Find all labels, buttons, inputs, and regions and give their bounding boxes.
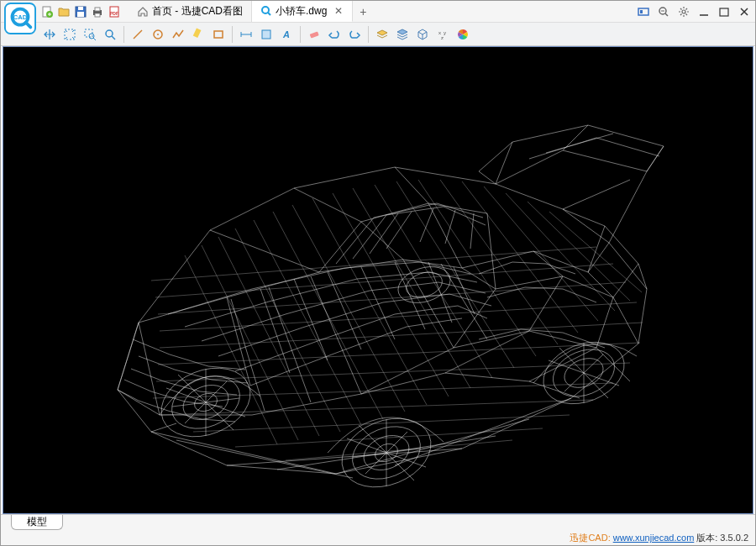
svg-line-26 [680, 8, 682, 10]
svg-rect-33 [85, 29, 92, 37]
svg-text:PDF: PDF [110, 11, 118, 16]
window-controls [636, 4, 752, 19]
redo-button[interactable] [344, 25, 365, 44]
svg-line-28 [680, 13, 682, 15]
erase-tool[interactable] [304, 25, 324, 44]
svg-point-36 [106, 30, 113, 37]
undo-button[interactable] [324, 25, 344, 44]
tab-file[interactable]: 小轿车.dwg ✕ [252, 1, 353, 22]
svg-line-15 [268, 13, 270, 15]
tab-home-label: 首页 - 迅捷CAD看图 [152, 4, 243, 18]
layers-button[interactable] [372, 25, 392, 44]
new-file-button[interactable] [39, 4, 55, 19]
tab-close-button[interactable]: ✕ [333, 6, 344, 16]
layout-tabs: 模型 [1, 514, 755, 530]
svg-line-27 [686, 13, 688, 15]
circle-tool[interactable] [148, 25, 168, 44]
settings-button[interactable] [676, 4, 691, 19]
model-tab[interactable]: 模型 [11, 515, 63, 530]
tab-home[interactable]: 首页 - 迅捷CAD看图 [129, 1, 252, 22]
status-bar: 迅捷CAD: www.xunjiecad.com 版本: 3.5.0.2 [1, 530, 755, 545]
main-toolbar: A xyz [1, 23, 755, 46]
svg-text:A: A [282, 29, 290, 39]
status-version-label: 版本: [696, 532, 717, 544]
pan-tool[interactable] [39, 25, 60, 44]
svg-point-40 [157, 34, 159, 35]
svg-line-29 [686, 8, 688, 10]
layer-manager-button[interactable] [392, 25, 412, 44]
polyline-tool[interactable] [168, 25, 188, 44]
svg-line-35 [93, 38, 96, 40]
measure-area-tool[interactable] [256, 25, 276, 44]
status-link[interactable]: www.xunjiecad.com [613, 533, 695, 543]
titlebar: CAD PDF 首页 - 迅捷CAD看图 小轿车.dwg ✕ + [1, 1, 755, 23]
svg-rect-8 [77, 12, 84, 17]
svg-line-38 [134, 30, 142, 39]
highlight-tool[interactable] [188, 25, 208, 44]
status-version: 3.5.0.2 [720, 533, 748, 543]
zoom-extents-tool[interactable] [60, 25, 80, 44]
measure-distance-tool[interactable] [236, 25, 256, 44]
svg-rect-31 [720, 8, 728, 16]
svg-rect-10 [95, 8, 100, 11]
wireframe-model [59, 62, 697, 499]
zoom-tool[interactable] [100, 25, 120, 44]
svg-point-14 [262, 7, 269, 13]
svg-rect-7 [78, 7, 83, 10]
app-logo-icon: CAD [4, 3, 36, 34]
svg-rect-41 [193, 28, 202, 38]
color-picker-button[interactable] [453, 25, 473, 44]
close-window-button[interactable] [737, 4, 752, 19]
svg-text:CAD: CAD [13, 13, 28, 20]
drawing-viewport[interactable] [3, 46, 753, 514]
quick-access-toolbar: PDF [39, 4, 122, 19]
svg-line-19 [665, 13, 668, 16]
save-button[interactable] [73, 4, 88, 19]
3d-view-button[interactable] [412, 25, 433, 44]
svg-rect-16 [638, 8, 648, 15]
zoom-window-tool[interactable] [80, 25, 100, 44]
svg-line-37 [112, 36, 115, 39]
model-tab-label: 模型 [27, 515, 47, 529]
pdf-export-button[interactable]: PDF [107, 4, 122, 19]
line-tool[interactable] [128, 25, 148, 44]
home-icon [137, 6, 149, 18]
status-brand: 迅捷CAD: [570, 532, 610, 544]
rectangle-tool[interactable] [208, 25, 228, 44]
zoom-out-button[interactable] [656, 4, 671, 19]
open-file-button[interactable] [56, 4, 71, 19]
tab-add-button[interactable]: + [353, 5, 373, 18]
document-tabs: 首页 - 迅捷CAD看图 小轿车.dwg ✕ + [129, 1, 636, 22]
maximize-button[interactable] [717, 4, 732, 19]
print-button[interactable] [90, 4, 105, 19]
svg-text:y: y [444, 30, 446, 35]
tab-file-label: 小轿车.dwg [276, 4, 327, 18]
text-tool[interactable]: A [276, 25, 297, 44]
svg-rect-46 [262, 30, 270, 39]
minimize-button[interactable] [696, 4, 711, 19]
svg-rect-11 [95, 13, 100, 17]
cad-file-icon [260, 5, 272, 17]
svg-rect-48 [310, 31, 319, 38]
svg-rect-42 [214, 31, 223, 38]
svg-rect-17 [640, 10, 643, 13]
coordinate-button[interactable]: xyz [433, 25, 453, 44]
svg-point-21 [682, 10, 685, 13]
screenshot-button[interactable] [636, 4, 651, 19]
svg-text:z: z [441, 35, 444, 40]
